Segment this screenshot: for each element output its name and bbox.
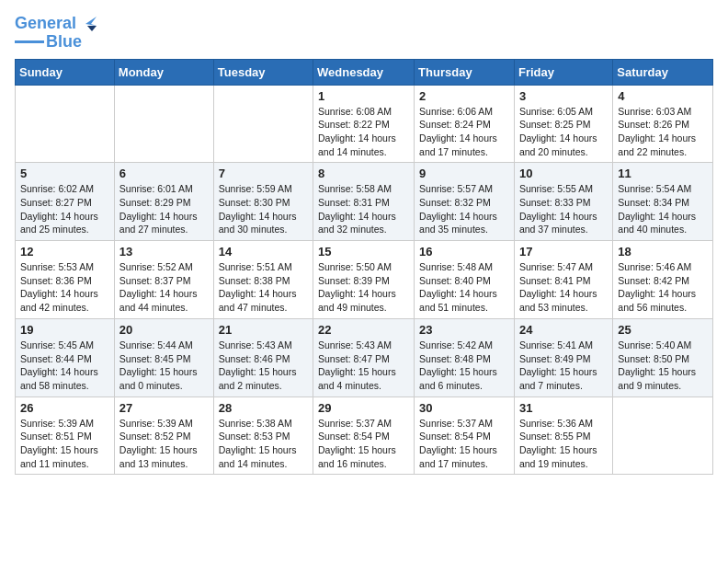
day-info: Sunrise: 5:36 AM Sunset: 8:55 PM Dayligh… [519, 417, 608, 471]
calendar-day-7: 7Sunrise: 5:59 AM Sunset: 8:30 PM Daylig… [213, 163, 313, 241]
day-info: Sunrise: 5:52 AM Sunset: 8:37 PM Dayligh… [119, 260, 209, 315]
calendar-day-6: 6Sunrise: 6:01 AM Sunset: 8:29 PM Daylig… [114, 163, 213, 241]
day-info: Sunrise: 5:39 AM Sunset: 8:52 PM Dayligh… [119, 417, 209, 471]
column-header-sunday: Sunday [16, 59, 115, 85]
logo-text-blue: Blue [46, 33, 82, 52]
calendar-day-empty [114, 85, 213, 163]
calendar-day-20: 20Sunrise: 5:44 AM Sunset: 8:45 PM Dayli… [114, 318, 213, 396]
day-number: 7 [219, 167, 308, 180]
day-info: Sunrise: 6:03 AM Sunset: 8:26 PM Dayligh… [618, 105, 708, 159]
calendar-day-27: 27Sunrise: 5:39 AM Sunset: 8:52 PM Dayli… [114, 396, 213, 475]
day-number: 24 [519, 323, 608, 337]
calendar-day-31: 31Sunrise: 5:36 AM Sunset: 8:55 PM Dayli… [514, 396, 612, 475]
logo-bird-icon [78, 17, 97, 31]
calendar-day-15: 15Sunrise: 5:50 AM Sunset: 8:39 PM Dayli… [313, 241, 415, 319]
calendar-table: SundayMondayTuesdayWednesdayThursdayFrid… [15, 59, 713, 476]
day-info: Sunrise: 5:44 AM Sunset: 8:45 PM Dayligh… [119, 339, 209, 393]
day-number: 25 [618, 323, 708, 337]
calendar-week-row: 12Sunrise: 5:53 AM Sunset: 8:36 PM Dayli… [16, 241, 713, 319]
day-info: Sunrise: 5:41 AM Sunset: 8:49 PM Dayligh… [519, 339, 608, 393]
calendar-week-row: 5Sunrise: 6:02 AM Sunset: 8:27 PM Daylig… [16, 163, 713, 241]
calendar-day-8: 8Sunrise: 5:58 AM Sunset: 8:31 PM Daylig… [313, 163, 415, 241]
day-info: Sunrise: 5:51 AM Sunset: 8:38 PM Dayligh… [219, 260, 308, 315]
day-info: Sunrise: 6:06 AM Sunset: 8:24 PM Dayligh… [419, 105, 509, 159]
day-info: Sunrise: 5:57 AM Sunset: 8:32 PM Dayligh… [419, 182, 509, 236]
column-header-monday: Monday [114, 59, 213, 85]
calendar-day-empty [16, 85, 115, 163]
day-info: Sunrise: 6:05 AM Sunset: 8:25 PM Dayligh… [519, 105, 608, 159]
calendar-week-row: 1Sunrise: 6:08 AM Sunset: 8:22 PM Daylig… [16, 85, 713, 163]
calendar-day-25: 25Sunrise: 5:40 AM Sunset: 8:50 PM Dayli… [613, 318, 713, 396]
svg-marker-0 [85, 17, 97, 26]
day-info: Sunrise: 5:45 AM Sunset: 8:44 PM Dayligh… [20, 339, 109, 393]
day-info: Sunrise: 5:37 AM Sunset: 8:54 PM Dayligh… [419, 417, 509, 471]
day-number: 11 [618, 167, 708, 180]
column-header-thursday: Thursday [415, 59, 515, 85]
day-info: Sunrise: 5:58 AM Sunset: 8:31 PM Dayligh… [318, 182, 409, 236]
day-number: 21 [219, 323, 308, 337]
calendar-day-12: 12Sunrise: 5:53 AM Sunset: 8:36 PM Dayli… [16, 241, 115, 319]
column-header-friday: Friday [514, 59, 612, 85]
calendar-day-1: 1Sunrise: 6:08 AM Sunset: 8:22 PM Daylig… [313, 85, 415, 163]
day-info: Sunrise: 5:37 AM Sunset: 8:54 PM Dayligh… [318, 417, 409, 471]
calendar-day-4: 4Sunrise: 6:03 AM Sunset: 8:26 PM Daylig… [613, 85, 713, 163]
calendar-day-empty [213, 85, 313, 163]
calendar-day-29: 29Sunrise: 5:37 AM Sunset: 8:54 PM Dayli… [313, 396, 415, 475]
calendar-day-11: 11Sunrise: 5:54 AM Sunset: 8:34 PM Dayli… [613, 163, 713, 241]
day-number: 16 [419, 245, 509, 259]
day-number: 22 [318, 323, 409, 337]
calendar-day-empty [613, 396, 713, 475]
day-info: Sunrise: 5:46 AM Sunset: 8:42 PM Dayligh… [618, 260, 708, 315]
day-number: 26 [20, 401, 109, 415]
calendar-day-2: 2Sunrise: 6:06 AM Sunset: 8:24 PM Daylig… [415, 85, 515, 163]
day-number: 6 [119, 167, 209, 180]
day-info: Sunrise: 6:01 AM Sunset: 8:29 PM Dayligh… [119, 182, 209, 236]
day-number: 10 [519, 167, 608, 180]
column-header-tuesday: Tuesday [213, 59, 313, 85]
day-info: Sunrise: 5:59 AM Sunset: 8:30 PM Dayligh… [219, 182, 308, 236]
day-number: 27 [119, 401, 209, 415]
day-info: Sunrise: 5:43 AM Sunset: 8:46 PM Dayligh… [219, 339, 308, 393]
day-info: Sunrise: 5:42 AM Sunset: 8:48 PM Dayligh… [419, 339, 509, 393]
calendar-day-13: 13Sunrise: 5:52 AM Sunset: 8:37 PM Dayli… [114, 241, 213, 319]
calendar-day-26: 26Sunrise: 5:39 AM Sunset: 8:51 PM Dayli… [16, 396, 115, 475]
day-info: Sunrise: 5:39 AM Sunset: 8:51 PM Dayligh… [20, 417, 109, 471]
day-number: 8 [318, 167, 409, 180]
calendar-week-row: 26Sunrise: 5:39 AM Sunset: 8:51 PM Dayli… [16, 396, 713, 475]
day-number: 12 [20, 245, 109, 259]
calendar-day-24: 24Sunrise: 5:41 AM Sunset: 8:49 PM Dayli… [514, 318, 612, 396]
calendar-day-5: 5Sunrise: 6:02 AM Sunset: 8:27 PM Daylig… [16, 163, 115, 241]
day-number: 29 [318, 401, 409, 415]
day-info: Sunrise: 6:08 AM Sunset: 8:22 PM Dayligh… [318, 105, 409, 159]
logo-text-general: General [15, 15, 76, 33]
column-header-wednesday: Wednesday [313, 59, 415, 85]
calendar-day-3: 3Sunrise: 6:05 AM Sunset: 8:25 PM Daylig… [514, 85, 612, 163]
day-number: 13 [119, 245, 209, 259]
day-info: Sunrise: 5:53 AM Sunset: 8:36 PM Dayligh… [20, 260, 109, 315]
day-number: 19 [20, 323, 109, 337]
day-number: 18 [618, 245, 708, 259]
calendar-day-9: 9Sunrise: 5:57 AM Sunset: 8:32 PM Daylig… [415, 163, 515, 241]
day-number: 15 [318, 245, 409, 259]
day-number: 20 [119, 323, 209, 337]
day-info: Sunrise: 6:02 AM Sunset: 8:27 PM Dayligh… [20, 182, 109, 236]
day-number: 28 [219, 401, 308, 415]
day-number: 1 [318, 89, 409, 103]
calendar-day-10: 10Sunrise: 5:55 AM Sunset: 8:33 PM Dayli… [514, 163, 612, 241]
calendar-week-row: 19Sunrise: 5:45 AM Sunset: 8:44 PM Dayli… [16, 318, 713, 396]
calendar-day-21: 21Sunrise: 5:43 AM Sunset: 8:46 PM Dayli… [213, 318, 313, 396]
day-info: Sunrise: 5:47 AM Sunset: 8:41 PM Dayligh… [519, 260, 608, 315]
day-info: Sunrise: 5:50 AM Sunset: 8:39 PM Dayligh… [318, 260, 409, 315]
calendar-day-14: 14Sunrise: 5:51 AM Sunset: 8:38 PM Dayli… [213, 241, 313, 319]
day-number: 23 [419, 323, 509, 337]
calendar-header-row: SundayMondayTuesdayWednesdayThursdayFrid… [16, 59, 713, 85]
calendar-day-17: 17Sunrise: 5:47 AM Sunset: 8:41 PM Dayli… [514, 241, 612, 319]
day-info: Sunrise: 5:40 AM Sunset: 8:50 PM Dayligh… [618, 339, 708, 393]
calendar-day-18: 18Sunrise: 5:46 AM Sunset: 8:42 PM Dayli… [613, 241, 713, 319]
calendar-day-28: 28Sunrise: 5:38 AM Sunset: 8:53 PM Dayli… [213, 396, 313, 475]
day-number: 5 [20, 167, 109, 180]
day-number: 17 [519, 245, 608, 259]
day-info: Sunrise: 5:48 AM Sunset: 8:40 PM Dayligh… [419, 260, 509, 315]
svg-marker-1 [87, 26, 97, 31]
day-number: 9 [419, 167, 509, 180]
